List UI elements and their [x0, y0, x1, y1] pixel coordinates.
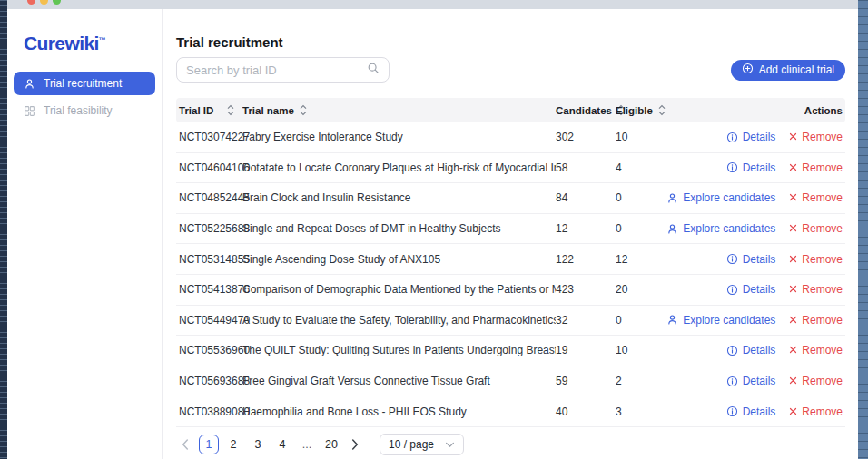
minimize-button[interactable] — [40, 0, 48, 5]
candidates-count: 302 — [556, 131, 616, 143]
sort-icon — [658, 104, 666, 116]
details-link[interactable]: Details — [726, 375, 776, 387]
person-icon — [666, 223, 678, 235]
eligible-count: 3 — [616, 405, 672, 418]
details-link[interactable]: Details — [726, 283, 776, 296]
details-link[interactable]: Details — [726, 131, 776, 143]
search-box[interactable] — [176, 57, 390, 83]
trial-name: A Study to Evaluate the Safety, Tolerabi… — [242, 314, 556, 327]
app-window: Curewiki™ Trial recruitment Trial feasib… — [7, 0, 858, 459]
info-icon — [726, 161, 738, 173]
search-input[interactable] — [186, 63, 367, 77]
sidebar-item-trial-feasibility[interactable]: Trial feasibility — [14, 99, 155, 122]
candidates-count: 122 — [556, 253, 616, 266]
trial-name: The QUILT Study: Quilting Sutures in Pat… — [242, 344, 556, 356]
trial-name: Fabry Exercise Intolerance Study — [242, 131, 556, 143]
remove-link[interactable]: Remove — [789, 131, 843, 143]
explore-candidates-link[interactable]: Explore candidates — [666, 191, 775, 204]
person-icon — [666, 314, 678, 326]
eligible-count: 20 — [616, 283, 672, 296]
remove-link[interactable]: Remove — [789, 161, 843, 174]
table-row: NCT03889080 Haemophilia and Bone Loss - … — [176, 396, 845, 427]
trial-id: NCT04604106 — [179, 161, 242, 174]
page-title: Trial recruitment — [176, 34, 845, 50]
chevron-left-icon[interactable] — [176, 435, 194, 454]
x-icon — [789, 222, 797, 235]
details-link[interactable]: Details — [726, 405, 776, 418]
remove-link[interactable]: Remove — [789, 222, 843, 235]
plus-circle-icon — [742, 63, 754, 77]
column-header-actions: Actions — [672, 105, 843, 116]
trial-name: Single Ascending Dose Study of ANX105 — [242, 253, 556, 266]
info-icon — [726, 132, 738, 143]
page-size-select[interactable]: 10 / page — [380, 434, 464, 455]
trial-id: NCT05449470 — [179, 314, 242, 327]
trial-name: Free Gingival Graft Versus Connective Ti… — [242, 375, 556, 387]
trial-id: NCT05413876 — [179, 283, 242, 296]
candidates-count: 40 — [556, 405, 616, 418]
page-button-1[interactable]: 1 — [199, 435, 219, 454]
person-icon — [23, 78, 35, 90]
sidebar-nav: Trial recruitment Trial feasibility — [7, 72, 162, 122]
details-link[interactable]: Details — [726, 344, 776, 356]
zoom-button[interactable] — [53, 0, 61, 5]
eligible-count: 0 — [616, 191, 672, 204]
remove-link[interactable]: Remove — [789, 253, 843, 266]
page-button-3[interactable]: 3 — [248, 435, 268, 454]
sidebar-item-label: Trial recruitment — [44, 77, 122, 90]
column-header-eligible[interactable]: Eligible — [616, 104, 672, 116]
x-icon — [789, 314, 797, 327]
main-content: Trial recruitment Add clinical trial — [163, 9, 858, 459]
remove-link[interactable]: Remove — [789, 344, 843, 356]
info-icon — [726, 376, 738, 387]
trial-id: NCT05536960 — [179, 344, 242, 356]
eligible-count: 10 — [616, 344, 672, 356]
trials-table: Trial ID Trial name Candidates Elig — [176, 98, 845, 427]
remove-link[interactable]: Remove — [789, 191, 843, 204]
explore-candidates-link[interactable]: Explore candidates — [666, 222, 775, 235]
sidebar-item-trial-recruitment[interactable]: Trial recruitment — [14, 72, 155, 95]
trial-id: NCT03889080 — [179, 405, 242, 418]
x-icon — [789, 283, 797, 296]
add-clinical-trial-button[interactable]: Add clinical trial — [731, 60, 845, 81]
candidates-count: 19 — [556, 344, 616, 356]
details-link[interactable]: Details — [726, 253, 776, 266]
trial-name: Dotatate to Locate Coronary Plaques at H… — [242, 161, 556, 174]
page-button-20[interactable]: 20 — [321, 435, 341, 454]
eligible-count: 10 — [616, 131, 672, 143]
sort-icon — [300, 104, 307, 116]
candidates-count: 423 — [556, 283, 616, 296]
table-row: NCT05413876 Comparison of Demographic Da… — [176, 275, 845, 306]
candidates-count: 84 — [556, 191, 616, 204]
eligible-count: 12 — [616, 253, 672, 266]
column-header-trial-id[interactable]: Trial ID — [179, 104, 242, 116]
remove-link[interactable]: Remove — [789, 283, 843, 296]
page-button-2[interactable]: 2 — [223, 435, 243, 454]
info-icon — [726, 345, 738, 356]
explore-candidates-link[interactable]: Explore candidates — [666, 314, 775, 327]
page-button-4[interactable]: 4 — [272, 435, 292, 454]
trial-id: NCT05693688 — [179, 375, 242, 387]
eligible-count: 2 — [616, 375, 672, 387]
remove-link[interactable]: Remove — [789, 375, 843, 387]
table-row: NCT05449470 A Study to Evaluate the Safe… — [176, 306, 845, 337]
person-icon — [666, 192, 678, 204]
table-header: Trial ID Trial name Candidates Elig — [176, 98, 845, 122]
page-ellipsis[interactable]: ... — [297, 438, 317, 451]
x-icon — [789, 161, 797, 174]
table-row: NCT05693688 Free Gingival Graft Versus C… — [176, 366, 845, 397]
table-row: NCT03074227 Fabry Exercise Intolerance S… — [176, 122, 845, 153]
column-header-trial-name[interactable]: Trial name — [242, 104, 556, 116]
app-body: Curewiki™ Trial recruitment Trial feasib… — [7, 9, 858, 459]
column-header-candidates[interactable]: Candidates — [556, 104, 616, 116]
eligible-count: 4 — [616, 161, 672, 174]
search-icon — [367, 62, 380, 78]
close-button[interactable] — [27, 0, 35, 5]
candidates-count: 32 — [556, 314, 616, 327]
chevron-right-icon[interactable] — [346, 435, 364, 454]
toolbar: Add clinical trial — [176, 57, 845, 83]
desktop-edge-left — [0, 0, 7, 459]
details-link[interactable]: Details — [726, 161, 776, 174]
remove-link[interactable]: Remove — [789, 405, 843, 418]
remove-link[interactable]: Remove — [789, 314, 843, 327]
